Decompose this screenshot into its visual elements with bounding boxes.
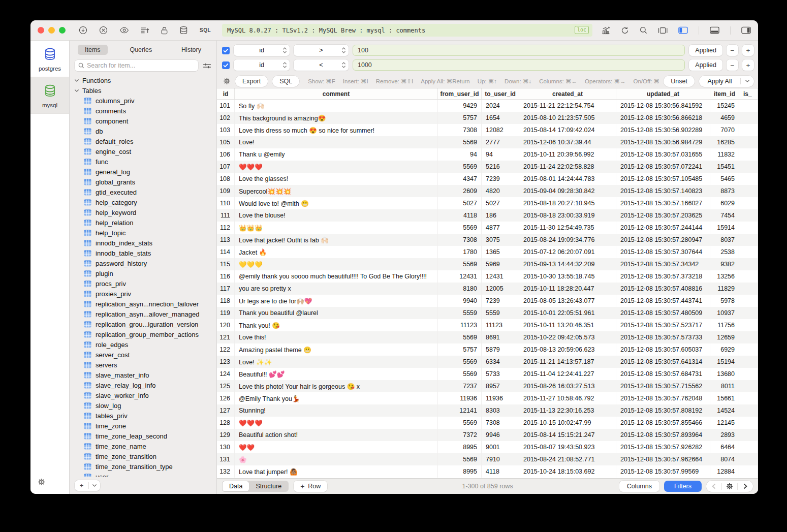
cell-from_user_id[interactable]: 5569: [438, 356, 482, 368]
sidebar-table-time_zone_transition_type[interactable]: time_zone_transition_type: [70, 461, 216, 472]
sql-button[interactable]: SQL: [272, 76, 299, 87]
cell-created_at[interactable]: 2015-10-30 13:55:18.745: [519, 270, 616, 283]
sidebar-table-db[interactable]: db: [70, 126, 216, 136]
cell-to_user_id[interactable]: 4877: [482, 222, 519, 234]
cell-from_user_id[interactable]: 1780: [438, 246, 482, 258]
table-row[interactable]: 112👑👑👑556948772015-11-30 12:54:49.735201…: [217, 222, 758, 234]
filter-remove-button[interactable]: −: [727, 59, 738, 71]
cell-item_id[interactable]: 16285: [710, 136, 739, 148]
cell-is_[interactable]: [739, 173, 758, 185]
cell-is_[interactable]: [739, 441, 758, 453]
cell-is_[interactable]: [739, 270, 758, 283]
cell-item_id[interactable]: 6464: [710, 441, 739, 453]
cell-created_at[interactable]: 2015-07-12 06:20:07.091: [519, 246, 616, 258]
cell-to_user_id[interactable]: 1365: [482, 246, 519, 258]
table-row[interactable]: 128❤️❤️❤️556973082015-10-15 10:02:47.992…: [217, 417, 758, 429]
sidebar-table-comments[interactable]: comments: [70, 106, 216, 116]
cell-updated_at[interactable]: 2015-12-08 15:30:57.808192: [616, 404, 710, 417]
cell-item_id[interactable]: 10937: [710, 307, 739, 319]
cell-id[interactable]: 128: [217, 417, 235, 429]
cell-is_[interactable]: [739, 417, 758, 429]
cell-is_[interactable]: [739, 368, 758, 380]
cell-id[interactable]: 106: [217, 148, 235, 161]
sidebar-search-input[interactable]: Search for item...: [75, 60, 198, 71]
cell-is_[interactable]: [739, 319, 758, 331]
column-header-item_id[interactable]: item_id: [710, 88, 739, 99]
cell-item_id[interactable]: 12884: [710, 465, 739, 478]
cell-from_user_id[interactable]: 4118: [438, 209, 482, 222]
sidebar-table-innodb_index_stats[interactable]: innodb_index_stats: [70, 238, 216, 248]
table-settings-gear-icon[interactable]: [722, 483, 737, 490]
filter-enabled-checkbox[interactable]: [222, 61, 230, 69]
connection-mysql[interactable]: mysql: [30, 77, 69, 114]
export-button[interactable]: Export: [235, 76, 268, 87]
cell-to_user_id[interactable]: 3075: [482, 234, 519, 246]
cell-id[interactable]: 113: [217, 234, 235, 246]
cell-item_id[interactable]: 9382: [710, 258, 739, 270]
bottom-panel-icon[interactable]: [710, 26, 719, 34]
cell-from_user_id[interactable]: 5569: [438, 331, 482, 343]
cell-is_[interactable]: [739, 356, 758, 368]
sidebar-table-proxies_priv[interactable]: proxies_priv: [70, 289, 216, 299]
cell-is_[interactable]: [739, 392, 758, 404]
table-row[interactable]: 127Stunning!1214183032015-11-13 22:30:16…: [217, 404, 758, 417]
cell-comment[interactable]: ❤️❤️❤️: [235, 417, 438, 429]
cell-item_id[interactable]: 13256: [710, 270, 739, 283]
right-panel-icon[interactable]: [741, 26, 751, 34]
cell-is_[interactable]: [739, 258, 758, 270]
cell-updated_at[interactable]: 2015-12-08 15:30:57.373218: [616, 270, 710, 283]
close-window-button[interactable]: [38, 27, 44, 34]
cell-from_user_id[interactable]: 9429: [438, 100, 482, 112]
cell-created_at[interactable]: 2015-08-05 13:26:43.077: [519, 295, 616, 307]
sidebar-table-help_keyword[interactable]: help_keyword: [70, 207, 216, 217]
cell-from_user_id[interactable]: 5569: [438, 161, 482, 173]
cell-created_at[interactable]: 2015-10-11 18:28:20.447: [519, 283, 616, 295]
filter-applied-button[interactable]: Applied: [689, 45, 722, 56]
filter-operator-select[interactable]: >: [294, 45, 349, 56]
sidebar-table-slave_relay_log_info[interactable]: slave_relay_log_info: [70, 380, 216, 390]
sidebar-table-server_cost[interactable]: server_cost: [70, 350, 216, 360]
cell-to_user_id[interactable]: 1654: [482, 112, 519, 124]
tree-section-functions[interactable]: Functions: [70, 75, 216, 85]
sidebar-table-user[interactable]: user: [70, 472, 216, 477]
cell-is_[interactable]: [739, 404, 758, 417]
table-row[interactable]: 132Love that jumper! 🙆🏽899541182015-10-2…: [217, 465, 758, 478]
sidebar-table-replication_group_member_actions[interactable]: replication_group_member_actions: [70, 329, 216, 339]
cell-item_id[interactable]: 15914: [710, 222, 739, 234]
cell-is_[interactable]: [739, 100, 758, 112]
column-header-id[interactable]: id: [217, 88, 235, 99]
cell-to_user_id[interactable]: 5879: [482, 343, 519, 356]
cell-is_[interactable]: [739, 222, 758, 234]
center-layout-icon[interactable]: [658, 27, 668, 34]
sidebar-table-tables_priv[interactable]: tables_priv: [70, 411, 216, 421]
column-header-updated_at[interactable]: updated_at: [616, 88, 710, 99]
cell-is_[interactable]: [739, 429, 758, 441]
cell-id[interactable]: 109: [217, 185, 235, 197]
cell-id[interactable]: 118: [217, 295, 235, 307]
cell-updated_at[interactable]: 2015-12-08 15:30:57.408816: [616, 283, 710, 295]
cell-created_at[interactable]: 2015-10-22 09:42:05.573: [519, 331, 616, 343]
cell-updated_at[interactable]: 2015-12-08 15:30:56.984729: [616, 136, 710, 148]
search-icon[interactable]: [640, 26, 647, 34]
cell-to_user_id[interactable]: 8691: [482, 331, 519, 343]
cell-is_[interactable]: [739, 161, 758, 173]
disconnect-icon[interactable]: [99, 26, 108, 35]
tree-section-tables[interactable]: Tables: [70, 85, 216, 96]
cell-is_[interactable]: [739, 148, 758, 161]
cell-comment[interactable]: So fly 🙌🏻: [235, 100, 438, 112]
cell-from_user_id[interactable]: 5757: [438, 343, 482, 356]
cell-created_at[interactable]: 2015-08-14 17:09:42.024: [519, 124, 616, 136]
cell-comment[interactable]: Ur legs are to die for🙌🏼💖: [235, 295, 438, 307]
cell-is_[interactable]: [739, 331, 758, 343]
table-row[interactable]: 107❤️❤️❤️556952162015-11-24 22:02:58.828…: [217, 161, 758, 173]
table-row[interactable]: 125Love this photo! Your hair is gorgeou…: [217, 380, 758, 392]
table-row[interactable]: 126@Emily Thank you💃11936119362015-11-27…: [217, 392, 758, 404]
sidebar-table-help_topic[interactable]: help_topic: [70, 228, 216, 238]
cell-item_id[interactable]: 15661: [710, 392, 739, 404]
table-row[interactable]: 123Love! ✨✨556963342015-11-21 14:13:57.1…: [217, 356, 758, 368]
cell-id[interactable]: 114: [217, 246, 235, 258]
sidebar-table-columns_priv[interactable]: columns_priv: [70, 96, 216, 106]
cell-item_id[interactable]: 2538: [710, 246, 739, 258]
cell-id[interactable]: 125: [217, 380, 235, 392]
table-row[interactable]: 106Thank u @emily94942015-10-11 20:39:56…: [217, 148, 758, 161]
